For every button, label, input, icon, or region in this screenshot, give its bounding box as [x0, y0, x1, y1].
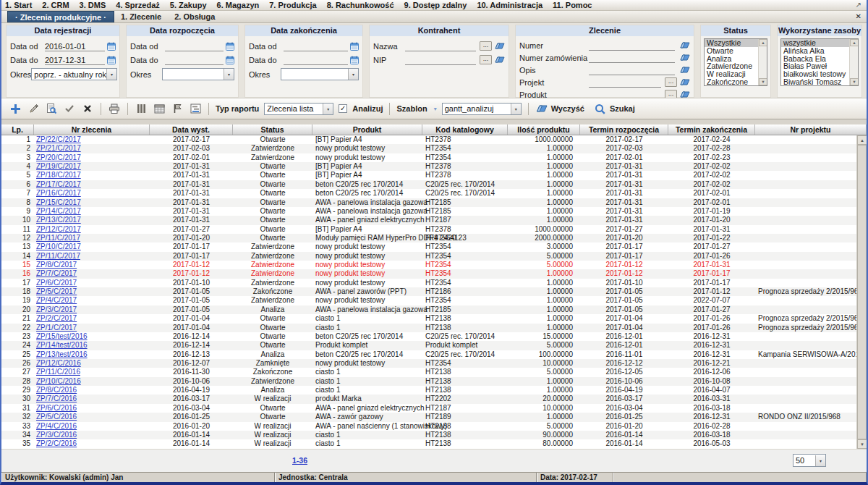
- listbox-scrollbar[interactable]: ▲ ▼: [849, 39, 858, 85]
- status-option[interactable]: Analiza: [705, 55, 758, 63]
- order-link[interactable]: ZP/3/C/2017: [36, 305, 77, 313]
- column-header[interactable]: Lp.: [1, 125, 34, 135]
- order-link[interactable]: ZP/8/C/2016: [36, 386, 77, 394]
- analizuj-checkbox[interactable]: ✓: [339, 104, 347, 113]
- search-icon[interactable]: [594, 102, 607, 115]
- column-header[interactable]: Termin rozpoczęcia: [580, 125, 668, 135]
- reg-period-select[interactable]: poprz. - aktualny rok ▾: [31, 68, 117, 80]
- eraser-icon[interactable]: [680, 67, 690, 74]
- eraser-icon[interactable]: [495, 43, 505, 50]
- description-input[interactable]: [589, 65, 675, 75]
- order-link[interactable]: ZP/11/C/2017: [36, 252, 80, 260]
- flag-icon[interactable]: [171, 102, 184, 115]
- scroll-down-icon[interactable]: ▼: [857, 439, 867, 449]
- column-header[interactable]: Produkt: [312, 125, 422, 135]
- contractor-nip-input[interactable]: [405, 55, 476, 65]
- template-chevron-icon[interactable]: ▾: [434, 106, 437, 112]
- table-scrollbar[interactable]: ▲ ▼: [856, 135, 867, 449]
- order-link[interactable]: ZP/3/C/2016: [36, 431, 77, 439]
- browse-button[interactable]: ...: [480, 41, 492, 51]
- template-select[interactable]: gantt_analizuj ▾: [442, 103, 522, 115]
- project-input[interactable]: [589, 77, 661, 88]
- menu-item-3[interactable]: 3. DMS: [80, 0, 106, 10]
- order-link[interactable]: ZP/20/C/2017: [36, 153, 81, 161]
- order-link[interactable]: ZP/21/C/2017: [36, 144, 81, 152]
- scroll-up-icon[interactable]: ▲: [857, 135, 867, 145]
- menu-item-10[interactable]: 10. Administracja: [477, 0, 542, 10]
- resource-option[interactable]: Biwański Tomasz: [781, 78, 849, 86]
- preview-document-icon[interactable]: [45, 102, 58, 115]
- resource-option[interactable]: Białas Paweł: [781, 62, 849, 70]
- order-link[interactable]: ZP/12/C/2017: [36, 225, 81, 233]
- end-date-to-input[interactable]: [284, 55, 348, 65]
- reg-date-from-input[interactable]: 2016-01-01: [45, 41, 105, 51]
- delete-x-icon[interactable]: [81, 102, 94, 115]
- order-link[interactable]: ZP/15/C/2017: [36, 198, 81, 206]
- browse-button[interactable]: ...: [480, 55, 492, 64]
- start-date-from-input[interactable]: [165, 41, 224, 51]
- start-date-to-input[interactable]: [165, 55, 224, 65]
- calendar-icon[interactable]: [107, 42, 116, 51]
- resource-option[interactable]: wszystkie: [781, 39, 849, 47]
- menu-item-2[interactable]: 2. CRM: [42, 0, 69, 10]
- order-link[interactable]: ZP/5/C/2017: [36, 287, 77, 295]
- eraser-icon[interactable]: [680, 79, 690, 86]
- listbox-scrollbar[interactable]: ▲ ▼: [758, 39, 767, 85]
- scroll-down-icon[interactable]: ▼: [850, 78, 859, 85]
- end-period-select[interactable]: ▾: [281, 68, 359, 80]
- calendar-icon[interactable]: [350, 56, 359, 64]
- order-link[interactable]: ZP/2/C/2016: [36, 439, 77, 447]
- order-link[interactable]: ZP/15/test/2016: [36, 332, 88, 340]
- order-link[interactable]: ZP/4/C/2017: [36, 296, 77, 304]
- menu-item-4[interactable]: 4. Sprzedaż: [116, 0, 160, 10]
- edit-pencil-icon[interactable]: [27, 102, 40, 115]
- browse-button[interactable]: ...: [665, 77, 677, 87]
- eraser-icon[interactable]: [680, 42, 690, 49]
- print-icon[interactable]: [108, 102, 121, 115]
- menu-item-5[interactable]: 5. Zakupy: [170, 0, 207, 10]
- order-link[interactable]: ZP/14/test/2016: [36, 341, 88, 349]
- order-link[interactable]: ZP/12/C/2016: [36, 359, 81, 367]
- page-range-link[interactable]: 1-36: [292, 456, 307, 465]
- menu-item-1[interactable]: 1. Start: [5, 0, 32, 10]
- status-option[interactable]: Wszystkie: [705, 39, 758, 47]
- order-link[interactable]: ZP/16/C/2017: [36, 189, 81, 197]
- calendar-view-icon[interactable]: [153, 102, 166, 115]
- start-period-select[interactable]: ▾: [162, 68, 234, 80]
- scroll-up-icon[interactable]: ▲: [759, 39, 767, 46]
- order-link[interactable]: ZP/19/C/2017: [36, 162, 81, 170]
- order-link[interactable]: ZP/6/C/2017: [36, 279, 77, 287]
- calendar-icon[interactable]: [226, 56, 234, 64]
- expand-window-icon[interactable]: ↗: [856, 1, 861, 9]
- column-header[interactable]: Status: [233, 125, 312, 135]
- resource-option[interactable]: białkowski testowy: [781, 70, 849, 78]
- menu-item-6[interactable]: 6. Magazyn: [217, 0, 260, 10]
- close-tab-icon[interactable]: ✕: [856, 12, 861, 20]
- order-link[interactable]: ZP/8/C/2017: [36, 261, 77, 269]
- column-header[interactable]: Kod katalogowy: [422, 125, 508, 135]
- calendar-icon[interactable]: [226, 42, 234, 51]
- order-link[interactable]: ZP/18/C/2017: [36, 171, 81, 179]
- contractor-name-input[interactable]: [405, 41, 476, 51]
- reg-date-to-input[interactable]: 2017-12-31: [45, 55, 105, 65]
- order-link[interactable]: ZP/2/C/2017: [36, 314, 77, 322]
- menu-item-7[interactable]: 7. Produkcja: [269, 0, 316, 10]
- resources-listbox[interactable]: wszystkieAlińska AlkaBabacka ElaBiałas P…: [780, 38, 859, 86]
- resource-option[interactable]: Alińska Alka: [781, 47, 849, 55]
- status-option[interactable]: Zakończone: [705, 78, 758, 86]
- report-type-select[interactable]: Zlecenia lista ▾: [264, 103, 333, 115]
- menu-item-8[interactable]: 8. Rachunkowość: [327, 0, 394, 10]
- order-link[interactable]: ZP/11/C/2017: [36, 234, 80, 242]
- page-size-select[interactable]: 50 ▾: [793, 454, 826, 467]
- order-link[interactable]: ZP/22/C/2017: [36, 135, 81, 143]
- resource-option[interactable]: Babacka Ela: [781, 55, 849, 63]
- order-link[interactable]: ZP/17/C/2017: [36, 180, 81, 188]
- calendar-icon[interactable]: [107, 56, 116, 64]
- menu-item-11[interactable]: 11. Pomoc: [553, 0, 592, 10]
- order-link[interactable]: ZP/10/C/2017: [36, 242, 81, 250]
- order-link[interactable]: ZP/11/C/2016: [36, 368, 80, 376]
- order-link[interactable]: ZP/7/C/2017: [36, 269, 77, 277]
- columns-icon[interactable]: [135, 102, 148, 115]
- tab-menu-obsluga[interactable]: 2. Obsługa: [168, 11, 221, 22]
- clear-eraser-icon[interactable]: [535, 102, 548, 115]
